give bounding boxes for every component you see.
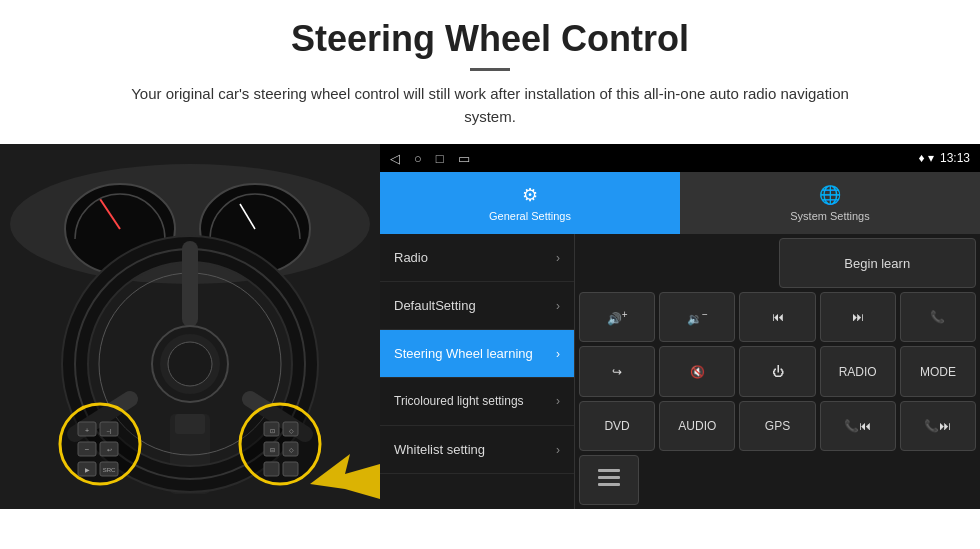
main-content: + ~| − ↩ ▶ SRC ⊡ ◇ ⊟ ◇ xyxy=(0,144,980,509)
svg-point-17 xyxy=(168,342,212,386)
nav-extra-icon[interactable]: ▭ xyxy=(458,151,470,166)
gps-label: GPS xyxy=(765,419,790,433)
next-track-icon: ⏭ xyxy=(852,310,864,324)
svg-text:↩: ↩ xyxy=(107,447,112,453)
menu-arrow-tricoloured: › xyxy=(556,394,560,410)
prev-track-icon: ⏮ xyxy=(772,310,784,324)
radio-label: RADIO xyxy=(839,365,877,379)
mute-icon: 🔇 xyxy=(690,365,705,379)
list-icon xyxy=(598,469,620,490)
mute-button[interactable]: 🔇 xyxy=(659,346,735,396)
nav-home-icon[interactable]: ○ xyxy=(414,151,422,166)
power-icon: ⏻ xyxy=(772,365,784,379)
btn-row-1: Begin learn xyxy=(579,238,976,288)
svg-rect-7 xyxy=(175,414,205,434)
page-subtitle: Your original car's steering wheel contr… xyxy=(130,83,850,128)
tel-next-button[interactable]: 📞⏭ xyxy=(900,401,976,451)
svg-rect-44 xyxy=(598,476,620,479)
svg-text:◇: ◇ xyxy=(289,428,294,434)
radio-button[interactable]: RADIO xyxy=(820,346,896,396)
tel-prev-button[interactable]: 📞⏮ xyxy=(820,401,896,451)
status-bar-info: ♦ ▾ 13:13 xyxy=(919,151,971,165)
btn-row-5 xyxy=(579,455,976,505)
vol-down-button[interactable]: 🔉− xyxy=(659,292,735,342)
general-settings-icon: ⚙ xyxy=(522,184,538,206)
car-image-area: + ~| − ↩ ▶ SRC ⊡ ◇ ⊟ ◇ xyxy=(0,144,380,509)
status-bar-nav: ◁ ○ □ ▭ xyxy=(390,151,470,166)
android-panel: ◁ ○ □ ▭ ♦ ▾ 13:13 ⚙ General Settings 🌐 S… xyxy=(380,144,980,509)
tel-prev-icon: 📞⏮ xyxy=(844,419,871,433)
vol-down-icon: 🔉− xyxy=(687,309,708,326)
clock: 13:13 xyxy=(940,151,970,165)
power-button[interactable]: ⏻ xyxy=(739,346,815,396)
menu-item-default[interactable]: DefaultSetting › xyxy=(380,282,574,330)
empty-cell xyxy=(579,238,775,288)
svg-text:−: − xyxy=(85,445,90,454)
svg-point-31 xyxy=(240,404,320,484)
svg-rect-37 xyxy=(283,462,298,476)
title-divider xyxy=(470,68,510,71)
signal-icon: ♦ ▾ xyxy=(919,151,934,165)
tab-general-label: General Settings xyxy=(489,210,571,222)
vol-up-button[interactable]: 🔊+ xyxy=(579,292,655,342)
menu-radio-label: Radio xyxy=(394,250,428,265)
svg-text:◇: ◇ xyxy=(289,447,294,453)
menu-arrow-radio: › xyxy=(556,251,560,265)
svg-text:+: + xyxy=(85,427,89,434)
svg-text:~|: ~| xyxy=(106,428,112,434)
menu-item-steering[interactable]: Steering Wheel learning › xyxy=(380,330,574,378)
menu-item-radio[interactable]: Radio › xyxy=(380,234,574,282)
svg-text:▶: ▶ xyxy=(85,467,90,473)
dvd-button[interactable]: DVD xyxy=(579,401,655,451)
tab-bar: ⚙ General Settings 🌐 System Settings xyxy=(380,172,980,234)
hang-up-icon: ↩ xyxy=(612,365,622,379)
page-header: Steering Wheel Control Your original car… xyxy=(0,0,980,138)
btn-row-2: 🔊+ 🔉− ⏮ ⏭ 📞 xyxy=(579,292,976,342)
gps-button[interactable]: GPS xyxy=(739,401,815,451)
tel-next-icon: 📞⏭ xyxy=(924,419,951,433)
nav-back-icon[interactable]: ◁ xyxy=(390,151,400,166)
menu-item-whitelist[interactable]: Whitelist setting › xyxy=(380,426,574,474)
list-button[interactable] xyxy=(579,455,639,505)
tab-system-label: System Settings xyxy=(790,210,869,222)
mode-label: MODE xyxy=(920,365,956,379)
status-bar: ◁ ○ □ ▭ ♦ ▾ 13:13 xyxy=(380,144,980,172)
phone-button[interactable]: 📞 xyxy=(900,292,976,342)
btn-row-3: ↩ 🔇 ⏻ RADIO MODE xyxy=(579,346,976,396)
begin-learn-button[interactable]: Begin learn xyxy=(779,238,977,288)
menu-item-tricoloured[interactable]: Tricoloured light settings › xyxy=(380,378,574,426)
buttons-panel: Begin learn 🔊+ 🔉− ⏮ ⏭ xyxy=(575,234,980,509)
svg-text:⊟: ⊟ xyxy=(270,447,275,453)
audio-button[interactable]: AUDIO xyxy=(659,401,735,451)
audio-label: AUDIO xyxy=(678,419,716,433)
svg-text:⊡: ⊡ xyxy=(270,428,275,434)
empty-row5 xyxy=(643,455,976,505)
page-title: Steering Wheel Control xyxy=(20,18,960,60)
menu-default-label: DefaultSetting xyxy=(394,298,476,313)
svg-rect-36 xyxy=(264,462,279,476)
next-track-button[interactable]: ⏭ xyxy=(820,292,896,342)
svg-text:SRC: SRC xyxy=(103,467,116,473)
mode-button[interactable]: MODE xyxy=(900,346,976,396)
hang-up-button[interactable]: ↩ xyxy=(579,346,655,396)
menu-arrow-steering: › xyxy=(556,347,560,361)
dvd-label: DVD xyxy=(604,419,629,433)
menu-arrow-whitelist: › xyxy=(556,443,560,457)
system-settings-icon: 🌐 xyxy=(819,184,841,206)
menu-list: Radio › DefaultSetting › Steering Wheel … xyxy=(380,234,575,509)
btn-row-4: DVD AUDIO GPS 📞⏮ 📞⏭ xyxy=(579,401,976,451)
svg-rect-45 xyxy=(598,483,620,486)
svg-rect-43 xyxy=(598,469,620,472)
prev-track-button[interactable]: ⏮ xyxy=(739,292,815,342)
tab-system-settings[interactable]: 🌐 System Settings xyxy=(680,172,980,234)
menu-arrow-default: › xyxy=(556,299,560,313)
phone-icon: 📞 xyxy=(930,310,945,324)
tab-general-settings[interactable]: ⚙ General Settings xyxy=(380,172,680,234)
menu-tricoloured-label: Tricoloured light settings xyxy=(394,394,524,410)
content-area: Radio › DefaultSetting › Steering Wheel … xyxy=(380,234,980,509)
nav-recent-icon[interactable]: □ xyxy=(436,151,444,166)
vol-up-icon: 🔊+ xyxy=(607,309,628,326)
menu-whitelist-label: Whitelist setting xyxy=(394,442,485,457)
menu-steering-label: Steering Wheel learning xyxy=(394,346,533,361)
